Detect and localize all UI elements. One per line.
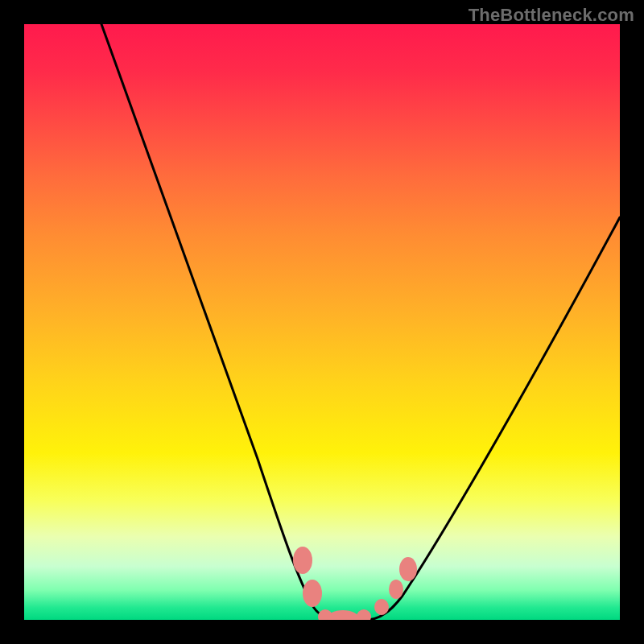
curve-bead (374, 599, 389, 615)
watermark-text: TheBottleneck.com (469, 5, 634, 26)
curve-bead (357, 609, 371, 620)
chart-svg (24, 24, 620, 620)
curve-bead (389, 580, 403, 599)
curve-bead (293, 547, 312, 574)
curve-bead (303, 580, 322, 607)
curve-bead (327, 610, 359, 620)
curve-bead (399, 557, 417, 581)
chart-frame (24, 24, 620, 620)
bottleneck-curve (101, 24, 620, 620)
